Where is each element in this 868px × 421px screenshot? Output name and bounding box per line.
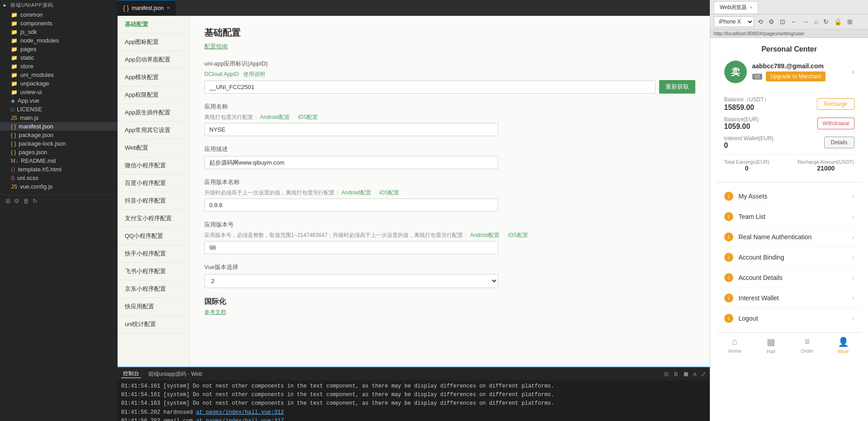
tree-item-static[interactable]: 📁static [0, 53, 117, 62]
pc-nav-item-hall[interactable]: ▦ Hall [753, 336, 789, 354]
tree-item-vue.config.js[interactable]: JSvue.config.js [0, 182, 117, 191]
tree-item-template.h5.html[interactable]: ⟨⟩template.h5.html [0, 165, 117, 174]
appname-input[interactable] [204, 123, 498, 136]
config-nav-item-kuaishou[interactable]: 快手小程序配置 [118, 245, 189, 263]
tree-toolbar-icon-4[interactable]: ↻ [33, 198, 38, 204]
pc-details-btn[interactable]: Details [824, 137, 854, 148]
i18n-link[interactable]: 参考文档 [204, 309, 226, 315]
config-nav-item-feishu[interactable]: 飞书小程序配置 [118, 263, 189, 280]
tree-item-package-lock.json[interactable]: { }package-lock.json [0, 139, 117, 148]
appname-ios-link[interactable]: iOS配置 [298, 114, 318, 120]
pc-menu-item-interest-wallet[interactable]: i Interest Wallet › [717, 288, 862, 308]
browser-forward-btn[interactable]: → [801, 17, 811, 26]
config-nav-item-basic[interactable]: 基础配置 [118, 16, 189, 33]
browser-back-btn[interactable]: ← [789, 17, 799, 26]
tree-item-uni_modules[interactable]: 📁uni_modules [0, 71, 117, 79]
config-nav-item-appicon[interactable]: App图标配置 [118, 33, 189, 51]
pc-recharge-btn[interactable]: Recharge [817, 98, 854, 110]
console-expand-btn[interactable]: ⤢ [701, 370, 706, 378]
browser-settings-btn[interactable]: ⚙ [767, 17, 776, 26]
version-android-link[interactable]: Android配置 [470, 232, 500, 238]
config-guide-link[interactable]: 配置指南 [204, 43, 228, 50]
tree-item-manifest.json[interactable]: { }manifest.json [0, 122, 117, 131]
browser-home-btn[interactable]: ⌂ [812, 17, 820, 26]
config-nav-item-kuaiying[interactable]: 快应用配置 [118, 298, 189, 316]
browser-grid-btn[interactable]: ⊞ [845, 17, 854, 26]
config-nav-item-appsplash[interactable]: App启动界面配置 [118, 51, 189, 69]
console-project-label[interactable]: 前端uniapp源码 - Web [146, 370, 204, 378]
tree-item-uview-ui[interactable]: 📁uview-ui [0, 88, 117, 96]
tree-toolbar-icon-3[interactable]: 🗑 [23, 198, 29, 204]
browser-tab-close[interactable]: × [750, 5, 752, 10]
versionname-input[interactable] [204, 199, 498, 212]
tree-item-pages.json[interactable]: { }pages.json [0, 148, 117, 156]
versionname-ios-link[interactable]: iOS配置 [379, 189, 399, 196]
tab-close-icon[interactable]: ✕ [166, 5, 170, 10]
appname-android-link[interactable]: Android配置 [260, 114, 289, 120]
pc-withdrawal-btn[interactable]: Withdrawal [817, 118, 854, 129]
tree-item-store[interactable]: 📁store [0, 62, 117, 71]
pc-nav-item-order[interactable]: ≡ Order [789, 336, 826, 354]
device-select[interactable]: iPhone X iPhone 12 Pixel 5 [714, 16, 754, 27]
pc-menu-item-logout[interactable]: i Logout › [717, 308, 862, 329]
tree-item-js_sdk[interactable]: 📁js_sdk [0, 28, 117, 36]
tree-item-common[interactable]: 📁common [0, 10, 117, 19]
config-nav-item-unistat[interactable]: uni统计配置 [118, 316, 189, 333]
appid-input[interactable] [204, 80, 656, 94]
config-nav-item-web[interactable]: Web配置 [118, 139, 189, 157]
console-clear-btn[interactable]: ⊘ [664, 370, 669, 378]
config-nav-item-douyin[interactable]: 抖音小程序配置 [118, 192, 189, 210]
pc-nav-item-mine[interactable]: 👤 Mine [826, 336, 862, 354]
appdesc-input[interactable] [204, 156, 498, 169]
tab-manifest[interactable]: { } manifest.json ✕ [118, 0, 176, 15]
config-nav-item-alipay[interactable]: 支付宝小程序配置 [118, 210, 189, 227]
tree-toolbar-icon-1[interactable]: ⊞ [5, 198, 10, 204]
vue-version-select[interactable]: 2 3 [204, 274, 498, 288]
tree-item-main.js[interactable]: JSmain.js [0, 114, 117, 122]
config-nav-item-appnative[interactable]: App原生插件配置 [118, 104, 189, 122]
config-nav-item-qq[interactable]: QQ小程序配置 [118, 227, 189, 245]
tree-item-components[interactable]: 📁components [0, 19, 117, 28]
version-ios-link[interactable]: iOS配置 [508, 232, 528, 238]
browser-rotate-btn[interactable]: ⟲ [756, 17, 765, 26]
tree-item-App.vue[interactable]: ◈App.vue [0, 96, 117, 105]
browser-lock-btn[interactable]: 🔒 [832, 17, 844, 26]
config-nav-item-baidu[interactable]: 百度小程序配置 [118, 175, 189, 192]
tree-item-uni.scss[interactable]: Suni.scss [0, 174, 117, 182]
console-stop-btn[interactable]: ⏹ [683, 370, 689, 378]
tree-item-LICENSE[interactable]: □LICENSE [0, 105, 117, 114]
version-input[interactable] [204, 241, 498, 254]
tree-item-node_modules[interactable]: 📁node_modules [0, 36, 117, 45]
config-nav-item-jingdong[interactable]: 京东小程序配置 [118, 280, 189, 298]
pc-menu-item-team-list[interactable]: i Team List › [717, 207, 862, 227]
versionname-android-link[interactable]: Android配置 [341, 189, 371, 196]
pc-menu-item-my-assets[interactable]: i My Assets › [717, 186, 862, 207]
browser-tab[interactable]: Web浏览器 × [714, 1, 758, 13]
pc-menu-item-real-name[interactable]: i Real Name Authentication › [717, 227, 862, 247]
config-nav-item-appmodule[interactable]: App模块配置 [118, 69, 189, 86]
pc-nav-item-home[interactable]: ⌂ Home [717, 336, 753, 354]
pc-header-arrow[interactable]: › [852, 68, 854, 76]
console-link[interactable]: at_pages/index/hall.vue:317 [196, 418, 284, 421]
tree-toolbar-icon-2[interactable]: ⚙ [14, 198, 19, 204]
console-link[interactable]: at_pages/index/hall.vue:312 [196, 409, 284, 416]
appid-usage-link[interactable]: 使用说明 [243, 71, 265, 77]
console-pause-btn[interactable]: ⏸ [673, 370, 679, 378]
config-nav-item-appperm[interactable]: App权限配置 [118, 86, 189, 104]
appid-dcloud-link[interactable]: DCloud AppID [204, 71, 239, 77]
pc-menu-item-account-binding[interactable]: i Account Binding › [717, 247, 862, 268]
refresh-button[interactable]: 重新获取 [659, 80, 695, 94]
tree-item-README.md[interactable]: M↓README.md [0, 156, 117, 165]
tree-item-pages[interactable]: 📁pages [0, 45, 117, 53]
pc-menu-item-account-details[interactable]: i Account Details › [717, 268, 862, 288]
config-nav-item-wechat[interactable]: 微信小程序配置 [118, 157, 189, 175]
console-collapse-btn[interactable]: ∧ [693, 370, 697, 378]
tree-item-package.json[interactable]: { }package.json [0, 131, 117, 139]
console-tab-label[interactable]: 控制台 [121, 370, 141, 378]
tree-item-unpackage[interactable]: 📁unpackage [0, 79, 117, 88]
browser-address-display[interactable]: http://localhost:8080/#/pages/setting/us… [714, 31, 805, 36]
browser-screenshot-btn[interactable]: ⊡ [778, 17, 787, 26]
browser-refresh-btn[interactable]: ↻ [821, 17, 830, 26]
config-nav-item-appother[interactable]: App常用其它设置 [118, 122, 189, 139]
pc-upgrade-btn[interactable]: Upgrade to Merchant [766, 71, 826, 81]
